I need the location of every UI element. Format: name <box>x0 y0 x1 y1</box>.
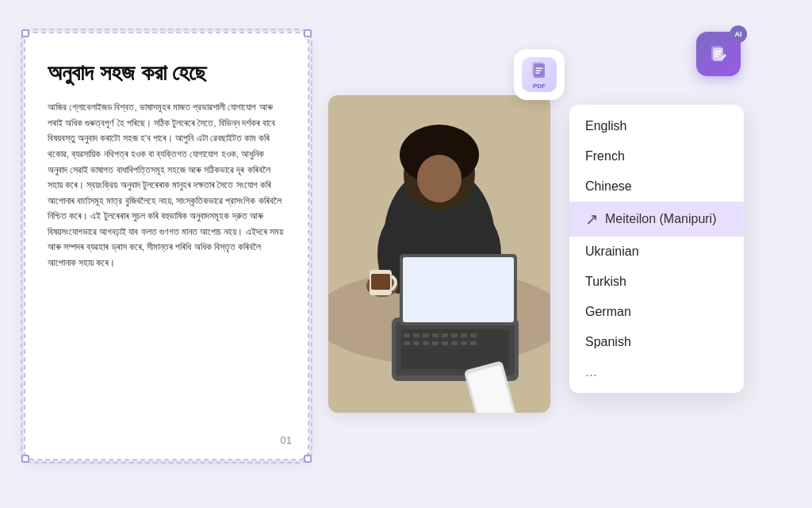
main-container: অনুবাদ সহজ করা হেছে আজির গ্লোবেলাইজড বিশ… <box>0 0 812 508</box>
dropdown-label-french: French <box>585 149 625 164</box>
dropdown-item-meiteilon[interactable]: ↗ Meiteilon (Manipuri) <box>569 202 744 237</box>
svg-rect-34 <box>470 341 477 345</box>
pdf-label: PDF <box>533 83 546 90</box>
dropdown-item-turkish[interactable]: Turkish <box>569 267 744 297</box>
document-title: অনুবাদ সহজ করা হেছে <box>48 59 285 87</box>
svg-rect-29 <box>423 341 429 345</box>
corner-dot-br <box>304 455 312 463</box>
svg-rect-25 <box>461 333 467 337</box>
corner-dot-tr <box>304 29 312 37</box>
svg-rect-32 <box>451 341 458 345</box>
dropdown-label-german: German <box>585 305 631 319</box>
svg-rect-20 <box>413 333 419 337</box>
svg-rect-38 <box>403 257 514 322</box>
dropdown-item-french[interactable]: French <box>569 141 744 171</box>
page-number: 01 <box>281 434 292 446</box>
dropdown-label-meiteilon: Meiteilon (Manipuri) <box>605 212 717 226</box>
image-card <box>328 95 550 413</box>
corner-dot-tl <box>21 29 29 37</box>
document-card: অনুবাদ সহজ করা হেছে আজির গ্লোবেলাইজড বিশ… <box>24 32 309 460</box>
svg-point-9 <box>417 155 462 202</box>
dropdown-label-ukrainian: Ukrainian <box>585 244 639 259</box>
pdf-button[interactable]: PDF <box>514 49 565 100</box>
scene-image <box>328 95 550 413</box>
svg-rect-31 <box>442 341 448 345</box>
svg-rect-27 <box>404 341 410 345</box>
dropdown-label-english: English <box>585 119 626 133</box>
ai-badge-label: AI <box>735 30 742 38</box>
ai-badge: AI <box>730 25 747 43</box>
dropdown-label-chinese: Chinese <box>585 179 632 194</box>
dropdown-item-english[interactable]: English <box>569 111 744 141</box>
dropdown-label-spanish: Spanish <box>585 335 631 349</box>
dropdown-label-turkish: Turkish <box>585 275 626 289</box>
svg-rect-19 <box>404 333 410 337</box>
dropdown-item-german[interactable]: German <box>569 297 744 327</box>
svg-rect-28 <box>413 341 419 345</box>
cursor-icon: ↗ <box>585 210 599 229</box>
image-wrapper: PDF <box>328 64 550 413</box>
svg-rect-14 <box>371 274 390 290</box>
ai-edit-icon <box>707 43 730 65</box>
dropdown-item-spanish[interactable]: Spanish <box>569 327 744 357</box>
language-dropdown: English French Chinese ↗ Meiteilon (Mani… <box>569 105 744 393</box>
right-section: AI English French Chinese ↗ Meiteilon (M… <box>569 32 744 393</box>
document-body: আজির গ্লোবেলাইজড বিশ্বত, ভাষাসমূহৰ মাজত … <box>48 100 285 271</box>
svg-rect-22 <box>432 333 439 337</box>
svg-rect-26 <box>470 333 477 337</box>
svg-rect-23 <box>442 333 448 337</box>
svg-rect-21 <box>423 333 429 337</box>
pdf-icon: PDF <box>522 57 557 92</box>
pdf-doc-icon <box>529 60 550 81</box>
dropdown-item-chinese[interactable]: Chinese <box>569 171 744 202</box>
svg-rect-30 <box>432 341 439 345</box>
svg-point-8 <box>435 129 460 154</box>
dropdown-item-ukrainian[interactable]: Ukrainian <box>569 237 744 267</box>
svg-rect-24 <box>451 333 458 337</box>
svg-rect-33 <box>461 341 467 345</box>
corner-dot-bl <box>21 455 29 463</box>
ai-button[interactable]: AI <box>696 32 741 76</box>
dropdown-more[interactable]: ... <box>569 357 744 387</box>
